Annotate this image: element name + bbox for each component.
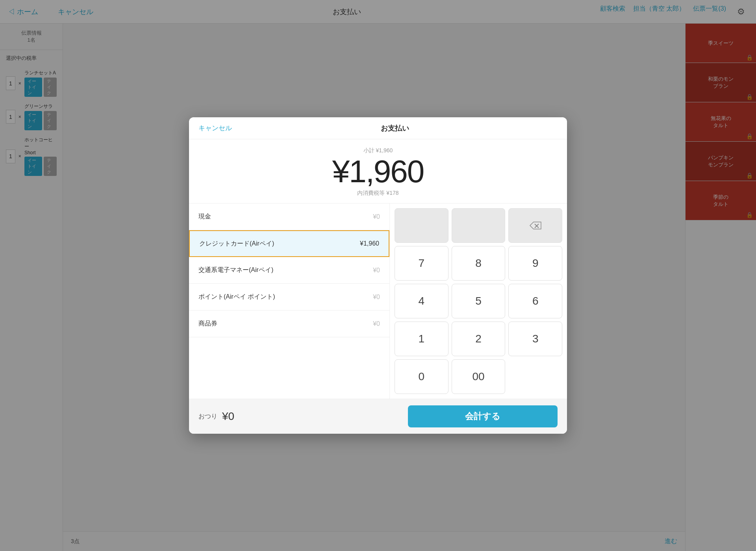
numpad-7[interactable]: 7 (395, 246, 448, 281)
numpad-1[interactable]: 1 (395, 322, 448, 356)
numpad-5[interactable]: 5 (452, 284, 506, 318)
numpad-4[interactable]: 4 (395, 284, 448, 318)
modal-header: キャンセル お支払い (189, 117, 567, 139)
payment-methods-list: 現金 ¥0 クレジットカード(Airペイ) ¥1,960 交通系電子マネー(Ai… (189, 203, 390, 399)
payment-area: 現金 ¥0 クレジットカード(Airペイ) ¥1,960 交通系電子マネー(Ai… (189, 203, 567, 399)
change-section: おつり ¥0 (198, 410, 400, 423)
payment-modal: キャンセル お支払い 小計 ¥1,960 ¥1,960 内消費税等 ¥178 現… (189, 117, 567, 434)
tax-label: 内消費税等 ¥178 (189, 190, 567, 197)
payment-row-transit[interactable]: 交通系電子マネー(Airペイ) ¥0 (189, 257, 389, 284)
payment-amount-cash: ¥0 (373, 213, 380, 220)
change-label: おつり (198, 412, 217, 421)
numpad-3[interactable]: 3 (508, 322, 562, 356)
payment-label-voucher: 商品券 (198, 320, 217, 328)
modal-cancel-button[interactable]: キャンセル (198, 124, 232, 133)
modal-footer: おつり ¥0 会計する (189, 399, 567, 434)
numpad-empty-2 (452, 208, 506, 243)
modal-body: 小計 ¥1,960 ¥1,960 内消費税等 ¥178 現金 ¥0 クレジットカ… (189, 139, 567, 399)
numpad-empty-1 (395, 208, 448, 243)
payment-amount-voucher: ¥0 (373, 320, 380, 327)
payment-row-cash[interactable]: 現金 ¥0 (189, 203, 389, 230)
numpad-0[interactable]: 0 (395, 359, 448, 394)
modal-overlay: キャンセル お支払い 小計 ¥1,960 ¥1,960 内消費税等 ¥178 現… (0, 0, 756, 551)
numpad-6[interactable]: 6 (508, 284, 562, 318)
checkout-button[interactable]: 会計する (408, 405, 558, 427)
numpad-delete-button[interactable] (508, 208, 562, 243)
payment-row-points[interactable]: ポイント(Airペイ ポイント) ¥0 (189, 284, 389, 311)
payment-label-transit: 交通系電子マネー(Airペイ) (198, 266, 273, 274)
payment-label-points: ポイント(Airペイ ポイント) (198, 293, 275, 301)
numpad-9[interactable]: 9 (508, 246, 562, 281)
change-amount: ¥0 (222, 410, 234, 423)
main-amount: ¥1,960 (189, 156, 567, 187)
numpad-8[interactable]: 8 (452, 246, 506, 281)
payment-row-credit[interactable]: クレジットカード(Airペイ) ¥1,960 (189, 230, 389, 257)
numpad-00[interactable]: 00 (452, 359, 506, 394)
payment-label-credit: クレジットカード(Airペイ) (199, 240, 274, 248)
payment-amount-transit: ¥0 (373, 267, 380, 274)
payment-row-voucher[interactable]: 商品券 ¥0 (189, 311, 389, 337)
subtotal-label: 小計 ¥1,960 (189, 147, 567, 154)
payment-amount-points: ¥0 (373, 294, 380, 301)
numpad: 7 8 9 4 5 6 1 2 3 0 00 (390, 203, 567, 399)
modal-title: お支払い (232, 124, 558, 133)
amount-section: 小計 ¥1,960 ¥1,960 内消費税等 ¥178 (189, 139, 567, 203)
payment-amount-credit: ¥1,960 (360, 240, 379, 247)
payment-label-cash: 現金 (198, 213, 211, 221)
numpad-2[interactable]: 2 (452, 322, 506, 356)
